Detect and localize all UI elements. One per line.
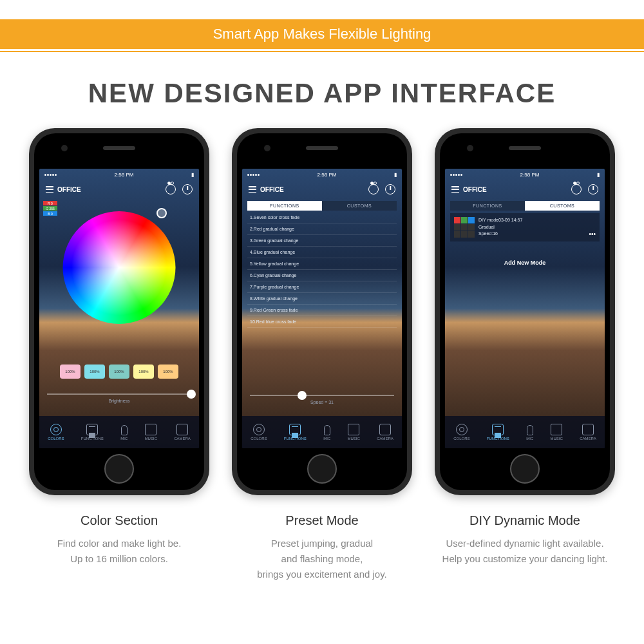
tab-functions[interactable]: FUNCTIONS — [450, 201, 525, 211]
color-wheel[interactable] — [63, 211, 176, 324]
phone-camera — [264, 145, 270, 151]
nav-colors[interactable]: COLORS — [48, 424, 64, 440]
nav-functions[interactable]: FUNCTIONS — [81, 424, 104, 440]
nav-camera[interactable]: CAMERA — [174, 424, 191, 440]
tab-customs[interactable]: CUSTOMS — [322, 201, 397, 211]
caption-desc: Preset jumping, gradualand flashing mode… — [232, 536, 412, 582]
segment-control: FUNCTIONS CUSTOMS — [247, 201, 397, 211]
alarm-icon[interactable] — [166, 184, 176, 194]
main-title: NEW DESIGNED APP INTERFACE — [0, 78, 644, 109]
app-bar: OFFICE — [39, 180, 199, 198]
chip[interactable]: 100% — [60, 365, 80, 379]
caption-title: Preset Mode — [232, 513, 412, 528]
slider-thumb[interactable] — [298, 391, 307, 400]
color-wheel-handle[interactable] — [156, 208, 167, 218]
bottom-nav: COLORS FUNCTIONS MIC MUSIC CAMERA — [242, 416, 402, 448]
preset-item[interactable]: 8.White gradual change — [247, 293, 397, 305]
preset-item[interactable]: 7.Purple gradual change — [247, 281, 397, 293]
phone-diy-mode: 2:58 PM ▮ OFFICE FUNCTIONS — [435, 128, 615, 495]
slider-thumb[interactable] — [187, 390, 196, 399]
diy-swatches — [454, 217, 475, 238]
functions-icon — [289, 424, 301, 435]
preset-item[interactable]: 4.Blue gradual change — [247, 247, 397, 258]
preset-item[interactable]: 5.Yellow gradual change — [247, 258, 397, 270]
nav-mic[interactable]: MIC — [120, 424, 128, 440]
nav-music[interactable]: MUSIC — [347, 424, 359, 440]
nav-music[interactable]: MUSIC — [550, 424, 562, 440]
power-icon[interactable] — [588, 184, 598, 194]
menu-icon[interactable] — [46, 186, 53, 193]
preset-list: 1.Seven color cross fade 2.Red gradual c… — [247, 212, 397, 328]
nav-functions[interactable]: FUNCTIONS — [487, 424, 509, 440]
speed-slider[interactable]: Speed = 31 — [250, 395, 394, 404]
g-value: G 255 — [43, 206, 57, 211]
home-button[interactable] — [307, 454, 337, 484]
chip[interactable]: 100% — [84, 365, 105, 379]
nav-camera[interactable]: CAMERA — [377, 424, 393, 440]
phone-color-section: 2:58 PM ▮ OFFICE R 0 G 2 — [29, 128, 209, 495]
alarm-icon[interactable] — [571, 184, 582, 194]
phone-camera — [467, 145, 473, 151]
caption-color-section: Color Section Find color and make light … — [29, 513, 209, 582]
status-time: 2:58 PM — [520, 172, 540, 178]
colors-icon — [253, 424, 265, 435]
captions-row: Color Section Find color and make light … — [0, 495, 644, 582]
caption-title: DIY Dynamic Mode — [435, 513, 615, 528]
status-time: 2:58 PM — [115, 172, 134, 178]
colors-icon — [456, 424, 468, 435]
preset-item[interactable]: 10.Red blue cross fade — [247, 316, 397, 328]
nav-music[interactable]: MUSIC — [144, 424, 156, 440]
preset-color-chips: 100% 100% 100% 100% 100% — [39, 365, 199, 379]
preset-item[interactable]: 9.Red Green cross fade — [247, 305, 397, 316]
more-icon[interactable]: ••• — [589, 231, 596, 238]
caption-preset-mode: Preset Mode Preset jumping, gradualand f… — [232, 513, 412, 582]
phone-camera — [61, 145, 68, 151]
mic-icon — [324, 425, 330, 435]
room-title: OFFICE — [57, 186, 81, 193]
room-title: OFFICE — [260, 186, 284, 193]
bottom-nav: COLORS FUNCTIONS MIC MUSIC CAMERA — [445, 416, 605, 448]
diy-info: DIY mode03-09 14:57 Gradual Speed:16 — [478, 217, 585, 238]
brightness-slider[interactable]: Brightness — [47, 393, 191, 403]
banner: Smart App Makes Flexible Lighting — [0, 19, 644, 49]
caption-desc: Find color and make light be.Up to 16 mi… — [29, 536, 209, 567]
preset-item[interactable]: 3.Green gradual change — [247, 235, 397, 247]
alarm-icon[interactable] — [368, 184, 379, 194]
room-title: OFFICE — [463, 186, 487, 193]
b-value: B 0 — [43, 211, 57, 216]
status-bar: 2:58 PM ▮ — [242, 169, 402, 180]
nav-mic[interactable]: MIC — [323, 424, 330, 440]
preset-item[interactable]: 6.Cyan gradual change — [247, 270, 397, 281]
phones-row: 2:58 PM ▮ OFFICE R 0 G 2 — [0, 128, 644, 495]
mic-icon — [527, 425, 533, 435]
caption-desc: User-defined dynamic light available.Hel… — [435, 536, 615, 567]
status-bar: 2:58 PM ▮ — [39, 169, 199, 180]
tab-functions[interactable]: FUNCTIONS — [247, 201, 322, 211]
caption-title: Color Section — [29, 513, 209, 528]
menu-icon[interactable] — [451, 186, 459, 193]
functions-icon — [86, 424, 98, 435]
power-icon[interactable] — [182, 184, 193, 194]
nav-colors[interactable]: COLORS — [453, 424, 469, 440]
music-icon — [551, 424, 562, 435]
chip[interactable]: 100% — [158, 365, 178, 379]
nav-camera[interactable]: CAMERA — [580, 424, 596, 440]
phone-speaker — [306, 146, 338, 150]
nav-functions[interactable]: FUNCTIONS — [284, 424, 307, 440]
home-button[interactable] — [104, 454, 134, 484]
rgb-readout: R 0 G 255 B 0 — [43, 201, 57, 216]
add-new-mode-button[interactable]: Add New Mode — [445, 260, 605, 266]
nav-mic[interactable]: MIC — [526, 424, 533, 440]
diy-mode-card[interactable]: DIY mode03-09 14:57 Gradual Speed:16 ••• — [450, 213, 600, 242]
preset-item[interactable]: 2.Red gradual change — [247, 223, 397, 235]
menu-icon[interactable] — [249, 186, 256, 193]
camera-icon — [176, 424, 188, 435]
chip[interactable]: 100% — [109, 365, 129, 379]
nav-colors[interactable]: COLORS — [251, 424, 267, 440]
chip[interactable]: 100% — [133, 365, 154, 379]
power-icon[interactable] — [385, 184, 395, 194]
preset-item[interactable]: 1.Seven color cross fade — [247, 212, 397, 223]
screen-functions: 2:58 PM ▮ OFFICE FUNCTIONS — [242, 169, 402, 448]
home-button[interactable] — [510, 454, 540, 484]
tab-customs[interactable]: CUSTOMS — [525, 201, 600, 211]
